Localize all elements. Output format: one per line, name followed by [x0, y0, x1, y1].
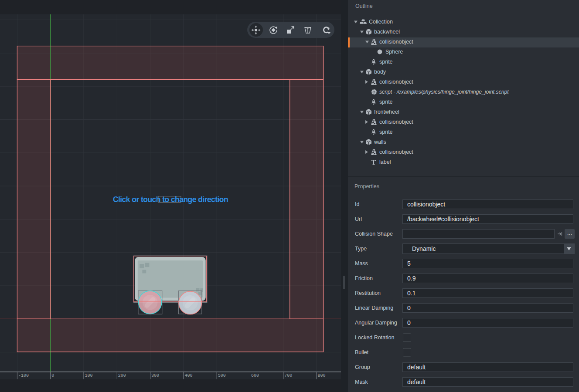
svg-text:700: 700: [284, 373, 292, 378]
svg-text:500: 500: [218, 373, 226, 378]
svg-text:0: 0: [51, 373, 54, 378]
svg-text:200: 200: [118, 373, 126, 378]
svg-text:300: 300: [151, 373, 159, 378]
svg-text:100: 100: [85, 373, 93, 378]
svg-text:600: 600: [251, 373, 259, 378]
svg-text:400: 400: [184, 373, 192, 378]
svg-text:Click or touch to change direc: Click or touch to change direction: [113, 195, 228, 204]
svg-text:-100: -100: [18, 373, 29, 378]
svg-text:800: 800: [318, 373, 326, 378]
